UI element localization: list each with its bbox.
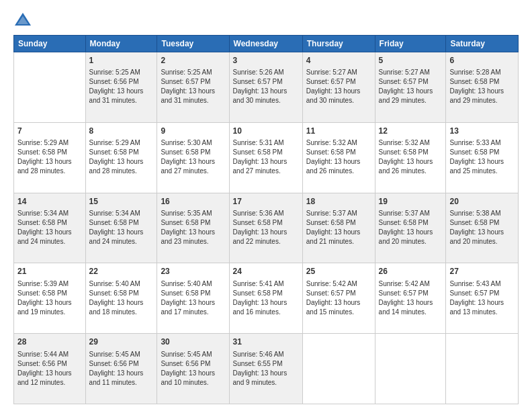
day-info: Sunrise: 5:44 AMSunset: 6:56 PMDaylight:…	[17, 350, 82, 387]
day-number: 11	[306, 126, 371, 137]
calendar-cell: 4Sunrise: 5:27 AMSunset: 6:57 PMDaylight…	[302, 52, 375, 123]
day-number: 31	[233, 336, 299, 348]
day-number: 25	[306, 266, 371, 277]
calendar-cell: 10Sunrise: 5:31 AMSunset: 6:58 PMDayligh…	[229, 122, 302, 193]
calendar-cell: 9Sunrise: 5:30 AMSunset: 6:58 PMDaylight…	[157, 122, 229, 193]
day-number: 28	[17, 336, 82, 348]
day-info: Sunrise: 5:27 AMSunset: 6:57 PMDaylight:…	[379, 68, 443, 105]
calendar-cell: 30Sunrise: 5:45 AMSunset: 6:56 PMDayligh…	[157, 334, 229, 404]
day-info: Sunrise: 5:36 AMSunset: 6:58 PMDaylight:…	[233, 209, 299, 246]
day-number: 8	[89, 126, 154, 137]
day-info: Sunrise: 5:27 AMSunset: 6:57 PMDaylight:…	[306, 68, 371, 105]
day-info: Sunrise: 5:28 AMSunset: 6:58 PMDaylight:…	[449, 68, 515, 105]
day-number: 6	[449, 55, 515, 66]
day-number: 16	[161, 196, 225, 208]
week-row-1: 1Sunrise: 5:25 AMSunset: 6:56 PMDaylight…	[14, 52, 519, 123]
day-number: 24	[233, 266, 299, 277]
header	[13, 11, 519, 30]
calendar-cell	[446, 334, 519, 404]
weekday-monday: Monday	[85, 36, 157, 52]
weekday-wednesday: Wednesday	[229, 36, 302, 52]
calendar-cell: 7Sunrise: 5:29 AMSunset: 6:58 PMDaylight…	[14, 122, 86, 193]
day-info: Sunrise: 5:32 AMSunset: 6:58 PMDaylight:…	[379, 138, 443, 176]
day-number: 7	[17, 126, 82, 137]
day-number: 2	[161, 55, 225, 66]
calendar-header: SundayMondayTuesdayWednesdayThursdayFrid…	[14, 36, 519, 52]
calendar-cell: 21Sunrise: 5:39 AMSunset: 6:58 PMDayligh…	[14, 263, 86, 334]
day-number: 19	[379, 196, 443, 208]
day-number: 20	[449, 196, 515, 208]
calendar-body: 1Sunrise: 5:25 AMSunset: 6:56 PMDaylight…	[14, 52, 519, 404]
calendar-cell: 26Sunrise: 5:42 AMSunset: 6:57 PMDayligh…	[375, 263, 446, 334]
calendar-cell: 3Sunrise: 5:26 AMSunset: 6:57 PMDaylight…	[229, 52, 302, 123]
day-info: Sunrise: 5:42 AMSunset: 6:57 PMDaylight:…	[306, 279, 371, 317]
day-number: 17	[233, 196, 299, 208]
calendar-cell: 31Sunrise: 5:46 AMSunset: 6:55 PMDayligh…	[229, 334, 302, 404]
calendar-cell: 6Sunrise: 5:28 AMSunset: 6:58 PMDaylight…	[446, 52, 519, 123]
calendar-cell: 28Sunrise: 5:44 AMSunset: 6:56 PMDayligh…	[14, 334, 86, 404]
day-info: Sunrise: 5:35 AMSunset: 6:58 PMDaylight:…	[161, 209, 225, 246]
day-number: 9	[161, 126, 225, 137]
calendar-cell	[375, 334, 446, 404]
calendar-cell: 16Sunrise: 5:35 AMSunset: 6:58 PMDayligh…	[157, 193, 229, 263]
calendar-cell: 13Sunrise: 5:33 AMSunset: 6:58 PMDayligh…	[446, 122, 519, 193]
day-info: Sunrise: 5:25 AMSunset: 6:57 PMDaylight:…	[161, 68, 225, 105]
day-info: Sunrise: 5:30 AMSunset: 6:58 PMDaylight:…	[161, 138, 225, 176]
day-info: Sunrise: 5:32 AMSunset: 6:58 PMDaylight:…	[306, 138, 371, 176]
day-number: 22	[89, 266, 154, 277]
calendar-cell: 18Sunrise: 5:37 AMSunset: 6:58 PMDayligh…	[302, 193, 375, 263]
week-row-3: 14Sunrise: 5:34 AMSunset: 6:58 PMDayligh…	[14, 193, 519, 263]
calendar-cell	[302, 334, 375, 404]
day-info: Sunrise: 5:41 AMSunset: 6:58 PMDaylight:…	[233, 279, 299, 317]
day-info: Sunrise: 5:37 AMSunset: 6:58 PMDaylight:…	[379, 209, 443, 246]
calendar-cell: 15Sunrise: 5:34 AMSunset: 6:58 PMDayligh…	[85, 193, 157, 263]
calendar-cell: 12Sunrise: 5:32 AMSunset: 6:58 PMDayligh…	[375, 122, 446, 193]
day-info: Sunrise: 5:29 AMSunset: 6:58 PMDaylight:…	[17, 138, 82, 176]
calendar-cell: 23Sunrise: 5:40 AMSunset: 6:58 PMDayligh…	[157, 263, 229, 334]
day-number: 13	[449, 126, 515, 137]
day-info: Sunrise: 5:40 AMSunset: 6:58 PMDaylight:…	[89, 279, 154, 317]
day-number: 12	[379, 126, 443, 137]
day-info: Sunrise: 5:34 AMSunset: 6:58 PMDaylight:…	[89, 209, 154, 246]
weekday-sunday: Sunday	[14, 36, 86, 52]
day-info: Sunrise: 5:29 AMSunset: 6:58 PMDaylight:…	[89, 138, 154, 176]
day-number: 15	[89, 196, 154, 208]
calendar-cell: 14Sunrise: 5:34 AMSunset: 6:58 PMDayligh…	[14, 193, 86, 263]
day-info: Sunrise: 5:42 AMSunset: 6:57 PMDaylight:…	[379, 279, 443, 317]
calendar-cell: 19Sunrise: 5:37 AMSunset: 6:58 PMDayligh…	[375, 193, 446, 263]
calendar-table: SundayMondayTuesdayWednesdayThursdayFrid…	[13, 35, 519, 404]
day-info: Sunrise: 5:40 AMSunset: 6:58 PMDaylight:…	[161, 279, 225, 317]
day-number: 3	[233, 55, 299, 66]
day-number: 14	[17, 196, 82, 208]
day-info: Sunrise: 5:25 AMSunset: 6:56 PMDaylight:…	[89, 68, 154, 105]
day-number: 29	[89, 336, 154, 348]
weekday-friday: Friday	[375, 36, 446, 52]
day-number: 26	[379, 266, 443, 277]
calendar-cell: 24Sunrise: 5:41 AMSunset: 6:58 PMDayligh…	[229, 263, 302, 334]
day-number: 18	[306, 196, 371, 208]
calendar-cell: 17Sunrise: 5:36 AMSunset: 6:58 PMDayligh…	[229, 193, 302, 263]
day-number: 5	[379, 55, 443, 66]
day-info: Sunrise: 5:33 AMSunset: 6:58 PMDaylight:…	[449, 138, 515, 176]
logo	[13, 11, 35, 30]
weekday-saturday: Saturday	[446, 36, 519, 52]
day-info: Sunrise: 5:45 AMSunset: 6:56 PMDaylight:…	[161, 350, 225, 387]
day-number: 30	[161, 336, 225, 348]
calendar-cell: 8Sunrise: 5:29 AMSunset: 6:58 PMDaylight…	[85, 122, 157, 193]
day-number: 1	[89, 55, 154, 66]
calendar-cell: 20Sunrise: 5:38 AMSunset: 6:58 PMDayligh…	[446, 193, 519, 263]
week-row-4: 21Sunrise: 5:39 AMSunset: 6:58 PMDayligh…	[14, 263, 519, 334]
day-number: 4	[306, 55, 371, 66]
calendar-cell: 22Sunrise: 5:40 AMSunset: 6:58 PMDayligh…	[85, 263, 157, 334]
day-info: Sunrise: 5:39 AMSunset: 6:58 PMDaylight:…	[17, 279, 82, 317]
day-info: Sunrise: 5:45 AMSunset: 6:56 PMDaylight:…	[89, 350, 154, 387]
weekday-header-row: SundayMondayTuesdayWednesdayThursdayFrid…	[14, 36, 519, 52]
day-number: 27	[449, 266, 515, 277]
day-info: Sunrise: 5:26 AMSunset: 6:57 PMDaylight:…	[233, 68, 299, 105]
day-info: Sunrise: 5:46 AMSunset: 6:55 PMDaylight:…	[233, 350, 299, 387]
week-row-2: 7Sunrise: 5:29 AMSunset: 6:58 PMDaylight…	[14, 122, 519, 193]
calendar-cell: 11Sunrise: 5:32 AMSunset: 6:58 PMDayligh…	[302, 122, 375, 193]
day-info: Sunrise: 5:43 AMSunset: 6:57 PMDaylight:…	[449, 279, 515, 317]
day-number: 10	[233, 126, 299, 137]
calendar-cell: 1Sunrise: 5:25 AMSunset: 6:56 PMDaylight…	[85, 52, 157, 123]
